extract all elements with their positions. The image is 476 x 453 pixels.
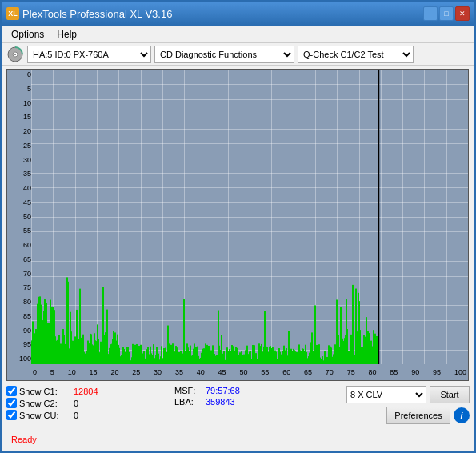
x-label: 55	[261, 369, 269, 376]
y-label: 20	[9, 128, 31, 135]
toolbar: HA:5 ID:0 PX-760A CD Diagnostic Function…	[2, 43, 474, 66]
x-label: 60	[282, 369, 290, 376]
app-icon: XL	[6, 7, 19, 20]
plot-area	[31, 70, 468, 364]
menu-help[interactable]: Help	[50, 27, 83, 42]
x-label: 65	[304, 369, 312, 376]
y-label: 35	[9, 170, 31, 178]
speed-select[interactable]: 8 X CLV	[346, 386, 426, 403]
status-text: Ready	[11, 435, 37, 444]
c2-row: Show C2: 0	[6, 398, 166, 408]
c1-label: Show C1:	[19, 387, 58, 396]
msf-label: MSF:	[174, 386, 202, 395]
x-label: 30	[154, 369, 162, 376]
y-label: 40	[9, 185, 31, 192]
y-label: 90	[9, 327, 31, 335]
y-label: 50	[9, 214, 31, 221]
drive-select[interactable]: HA:5 ID:0 PX-760A	[27, 46, 151, 63]
x-label: 0	[33, 369, 37, 376]
x-label: 90	[411, 369, 419, 376]
x-label: 10	[68, 369, 76, 376]
y-label: 60	[9, 242, 31, 249]
x-label: 35	[175, 369, 183, 376]
y-label: 55	[9, 227, 31, 235]
lba-row: LBA: 359843	[174, 397, 270, 407]
msf-row: MSF: 79:57:68	[174, 386, 270, 395]
speed-row: 8 X CLV Start	[346, 386, 470, 403]
close-button[interactable]: ✕	[455, 6, 470, 21]
stats-left: Show C1: 12804 Show C2: 0 Show CU:	[6, 386, 166, 420]
window-controls: — □ ✕	[423, 6, 470, 21]
y-label: 10	[9, 100, 31, 107]
y-label: 45	[9, 199, 31, 206]
x-label: 50	[239, 369, 247, 376]
chart-container: 1009590858075706560555045403530252015105…	[6, 69, 469, 381]
menu-bar: Options Help	[2, 26, 474, 43]
x-label: 100	[454, 369, 466, 376]
c1-checkbox[interactable]	[6, 386, 17, 396]
test-select[interactable]: Q-Check C1/C2 Test	[298, 46, 414, 63]
title-bar: XL PlexTools Professional XL V3.16 — □ ✕	[2, 2, 474, 26]
y-label: 30	[9, 157, 31, 164]
y-label: 25	[9, 142, 31, 150]
cu-row: Show CU: 0	[6, 410, 166, 420]
start-button[interactable]: Start	[430, 386, 470, 403]
c2-checkbox-label[interactable]: Show C2:	[6, 398, 70, 408]
pref-row: Preferences i	[386, 407, 470, 424]
x-label: 25	[132, 369, 140, 376]
chart-inner: 1009590858075706560555045403530252015105…	[7, 70, 468, 380]
y-label: 80	[9, 299, 31, 306]
info-icon[interactable]: i	[454, 407, 470, 423]
c1-row: Show C1: 12804	[6, 386, 166, 396]
cu-checkbox-label[interactable]: Show CU:	[6, 410, 70, 420]
x-label: 85	[390, 369, 398, 376]
msf-value: 79:57:68	[206, 386, 240, 395]
x-label: 95	[433, 369, 441, 376]
minimize-button[interactable]: —	[423, 6, 438, 21]
x-label: 40	[197, 369, 205, 376]
cu-label: Show CU:	[19, 411, 59, 420]
menu-options[interactable]: Options	[5, 27, 50, 42]
x-label: 45	[218, 369, 226, 376]
y-label: 85	[9, 313, 31, 320]
cu-checkbox[interactable]	[6, 410, 17, 420]
x-label: 15	[90, 369, 98, 376]
y-label: 95	[9, 341, 31, 348]
function-select[interactable]: CD Diagnostic Functions	[154, 46, 294, 63]
y-label: 70	[9, 271, 31, 278]
y-label: 65	[9, 256, 31, 263]
c1-checkbox-label[interactable]: Show C1:	[6, 386, 70, 396]
disk-icon	[6, 46, 24, 63]
stats-right: 8 X CLV Start Preferences i	[346, 386, 470, 424]
chart-canvas	[31, 70, 468, 364]
cu-value: 0	[74, 411, 114, 420]
x-axis: 0510152025303540455055606570758085909510…	[31, 364, 468, 380]
y-label: 0	[9, 71, 31, 78]
x-label: 75	[347, 369, 355, 376]
bottom-panel: Show C1: 12804 Show C2: 0 Show CU:	[6, 384, 470, 426]
title-text: PlexTools Professional XL V3.16	[22, 8, 172, 20]
lba-label: LBA:	[174, 397, 202, 407]
maximize-button[interactable]: □	[439, 6, 454, 21]
y-label: 15	[9, 114, 31, 121]
title-bar-left: XL PlexTools Professional XL V3.16	[6, 7, 172, 20]
lba-value: 359843	[206, 397, 235, 407]
y-label: 5	[9, 86, 31, 93]
status-bar: Ready	[6, 431, 470, 447]
main-window: XL PlexTools Professional XL V3.16 — □ ✕…	[0, 0, 476, 453]
c2-label: Show C2:	[19, 399, 58, 408]
stats-mid: MSF: 79:57:68 LBA: 359843	[166, 386, 270, 407]
preferences-button[interactable]: Preferences	[386, 407, 450, 424]
x-label: 80	[369, 369, 377, 376]
x-label: 70	[326, 369, 334, 376]
svg-point-2	[14, 54, 16, 55]
main-content: 1009590858075706560555045403530252015105…	[2, 66, 474, 450]
y-label: 100	[9, 355, 31, 363]
c1-value: 12804	[74, 387, 114, 396]
y-label: 75	[9, 284, 31, 291]
y-axis: 1009590858075706560555045403530252015105…	[7, 70, 31, 364]
x-label: 20	[110, 369, 118, 376]
c2-value: 0	[74, 399, 114, 408]
x-label: 5	[50, 369, 54, 376]
c2-checkbox[interactable]	[6, 398, 17, 408]
